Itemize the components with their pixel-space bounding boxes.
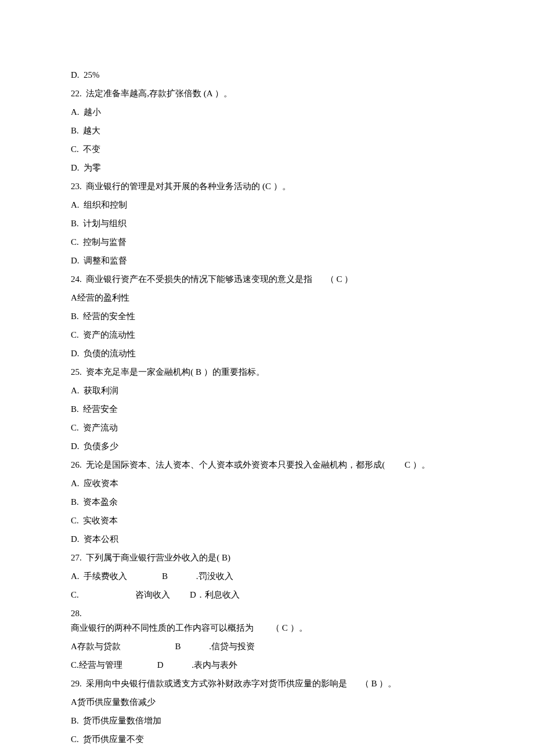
- option-d: D. 负债多少: [71, 440, 464, 453]
- option-d: D. 负债的流动性: [71, 347, 464, 360]
- option-d: D. 25%: [71, 68, 464, 82]
- option-c: C. 实收资本: [71, 514, 464, 527]
- option-d: D. 调整和监督: [71, 254, 464, 267]
- option-a: A货币供应量数倍减少: [71, 696, 464, 709]
- option-b: B. 越大: [71, 124, 464, 138]
- option-row-cd: C. 咨询收入 D．利息收入: [71, 588, 464, 602]
- option-c: C. 资产流动: [71, 421, 464, 435]
- option-a: A. 组织和控制: [71, 198, 464, 212]
- option-row-ab: A存款与贷款 B .信贷与投资: [71, 640, 464, 653]
- question-28-number: 28.: [71, 607, 464, 620]
- question-27: 27. 下列属于商业银行营业外收入的是( B): [71, 551, 464, 565]
- option-row-cd: C.经营与管理 D .表内与表外: [71, 659, 464, 672]
- question-23: 23. 商业银行的管理是对其开展的各种业务活动的 (C ）。: [71, 180, 464, 193]
- question-28-stem: 商业银行的两种不同性质的工作内容可以概括为 （ C ）。: [71, 621, 464, 635]
- option-row-ab: A. 手续费收入 B .罚没收入: [71, 570, 464, 583]
- option-a: A. 越小: [71, 106, 464, 119]
- document-page: D. 25% 22. 法定准备率越高,存款扩张倍数 (A ）。 A. 越小 B.…: [0, 0, 534, 756]
- option-a: A. 获取利润: [71, 384, 464, 397]
- question-24: 24. 商业银行资产在不受损失的情况下能够迅速变现的意义是指 （ C ）: [71, 273, 464, 286]
- option-b: B. 计划与组织: [71, 217, 464, 230]
- option-c: C. 货币供应量不变: [71, 733, 464, 746]
- option-a: A经营的盈利性: [71, 291, 464, 305]
- option-d: D. 为零: [71, 161, 464, 175]
- option-d: D. 资本公积: [71, 533, 464, 546]
- option-b: B. 经营安全: [71, 403, 464, 416]
- option-b: B. 经营的安全性: [71, 310, 464, 323]
- question-26: 26. 无论是国际资本、法人资本、个人资本或外资资本只要投入金融机构，都形成( …: [71, 458, 464, 472]
- option-c: C. 资产的流动性: [71, 328, 464, 342]
- option-a: A. 应收资本: [71, 477, 464, 490]
- question-22: 22. 法定准备率越高,存款扩张倍数 (A ）。: [71, 87, 464, 100]
- option-c: C. 控制与监督: [71, 236, 464, 249]
- question-25: 25. 资本充足率是一家金融机构( B ）的重要指标。: [71, 366, 464, 379]
- option-c: C. 不变: [71, 143, 464, 156]
- option-b: B. 货币供应量数倍增加: [71, 714, 464, 728]
- option-b: B. 资本盈余: [71, 495, 464, 509]
- question-29: 29. 采用向中央银行借款或透支方式弥补财政赤字对货币供应量的影响是 （ B ）…: [71, 677, 464, 690]
